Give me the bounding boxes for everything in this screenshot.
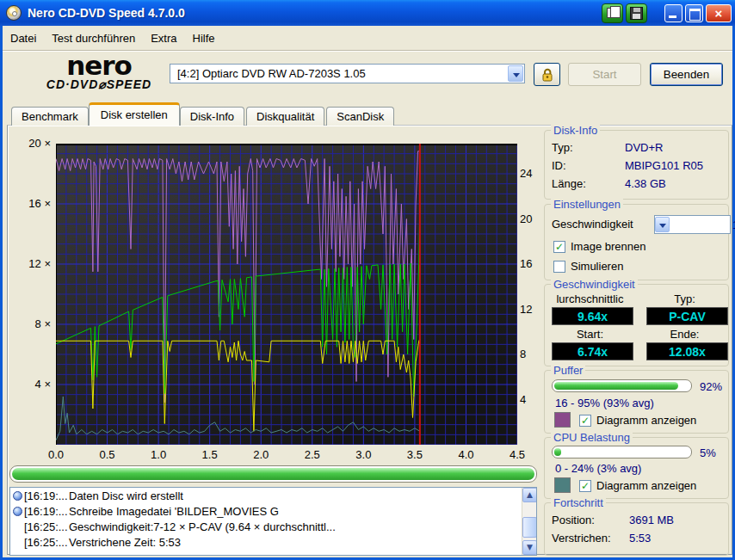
group-disk-info-title: Disk-Info xyxy=(551,124,600,137)
disc-info-icon xyxy=(13,507,22,516)
burn-progress-bar xyxy=(9,465,537,483)
buffer-level-fill xyxy=(554,382,678,390)
checkbox[interactable] xyxy=(553,261,565,273)
buffer-level-bar xyxy=(552,379,692,392)
menu-item-test-durchf-hren[interactable]: Test durchführen xyxy=(44,28,143,48)
log-text: Schreibe Imagedatei 'BILDER_MOVIES G xyxy=(69,505,279,518)
save-button[interactable] xyxy=(626,3,647,23)
x-axis-tick: 3.0 xyxy=(355,448,371,461)
tab-scandisk[interactable]: ScanDisk xyxy=(326,107,394,126)
nero-logo: nero CD·DVD⌀SPEED xyxy=(30,53,168,91)
end-speed-value: 12.08x xyxy=(646,342,728,360)
app-window: Nero CD-DVD Speed 4.7.0.0 × DateiTest du… xyxy=(0,0,735,560)
info-row: Position:3691 MB xyxy=(552,514,595,526)
simulate-checkbox-row[interactable]: Simulieren xyxy=(553,260,623,273)
drive-select[interactable]: [4:2] Optiarc DVD RW AD-7203S 1.05 xyxy=(170,64,525,83)
quit-button[interactable]: Beenden xyxy=(650,63,723,86)
lock-tray-button[interactable] xyxy=(534,63,560,86)
start-speed-label: Start: xyxy=(549,328,631,341)
x-axis-tick: 1.0 xyxy=(151,448,166,461)
menu-item-datei[interactable]: Datei xyxy=(3,28,44,48)
buffer-range: 16 - 95% (93% avg) xyxy=(555,397,654,409)
checkbox[interactable]: ✓ xyxy=(579,480,591,492)
log-text: Geschwindigkeit:7-12 × P-CAV (9.64 × dur… xyxy=(69,520,336,533)
x-axis-tick: 4.5 xyxy=(510,448,525,461)
minimize-button[interactable] xyxy=(664,4,682,22)
burn-image-checkbox-row[interactable]: ✓ Image brennen xyxy=(553,240,645,253)
cpu-range: 0 - 24% (3% avg) xyxy=(555,462,641,475)
padlock-icon xyxy=(540,67,555,83)
cpu-diagram-label: Diagramm anzeigen xyxy=(596,479,696,492)
scroll-down-icon[interactable]: ▼ xyxy=(522,540,537,555)
log-timestamp: [16:19:... xyxy=(24,489,69,502)
right-axis-tick: 4 xyxy=(520,393,526,406)
save-icon xyxy=(630,7,643,20)
start-button[interactable]: Start xyxy=(568,63,641,86)
window-title: Nero CD-DVD Speed 4.7.0.0 xyxy=(28,6,185,20)
tab-disk-erstellen[interactable]: Disk erstellen xyxy=(89,102,180,126)
close-button[interactable]: × xyxy=(706,4,732,22)
menu-item-extra[interactable]: Extra xyxy=(143,28,184,48)
buffer-diagram-checkbox-row[interactable]: ✓ Diagramm anzeigen xyxy=(579,414,696,427)
left-axis-tick: 16 × xyxy=(6,197,51,210)
log-scrollbar[interactable]: ▲ ▼ xyxy=(522,488,536,555)
group-settings: Einstellungen Geschwindigkeit 16.0 × ✓ I… xyxy=(544,204,729,280)
cpu-color-swatch xyxy=(554,477,571,493)
chevron-down-icon[interactable] xyxy=(655,217,670,232)
copy-icon xyxy=(607,8,615,18)
group-disk-info: Disk-Info Typ:DVD+RID:MBIPG101 R05Länge:… xyxy=(544,130,729,200)
scroll-up-icon[interactable]: ▲ xyxy=(522,488,537,502)
info-row: ID:MBIPG101 R05 xyxy=(552,159,566,172)
speed-select[interactable]: 16.0 × xyxy=(654,215,731,234)
speed-select-value: 16.0 × xyxy=(728,218,735,231)
speed-type-value: P-CAV xyxy=(646,307,728,325)
x-axis-tick: 3.5 xyxy=(407,448,423,461)
log-timestamp: [16:25:... xyxy=(24,536,69,549)
log-text: Verstrichene Zeit: 5:53 xyxy=(69,536,181,549)
checkbox[interactable]: ✓ xyxy=(553,241,565,253)
group-buffer: Puffer 92% 16 - 95% (93% avg) ✓ Diagramm… xyxy=(544,370,729,434)
row-label: Position: xyxy=(552,514,595,526)
checkbox[interactable]: ✓ xyxy=(579,415,591,427)
scrollbar-thumb[interactable] xyxy=(522,517,537,538)
logo-line1: nero xyxy=(30,53,168,77)
chevron-down-icon[interactable] xyxy=(508,65,523,82)
row-value: 4.38 GB xyxy=(625,177,666,190)
log-entry: [16:19:...Schreibe Imagedatei 'BILDER_MO… xyxy=(10,503,536,519)
group-speed: Geschwindigkeit lurchschnittlic Typ: 9.6… xyxy=(544,284,729,366)
right-axis-tick: 24 xyxy=(520,167,532,180)
end-speed-label: Ende: xyxy=(644,328,726,341)
info-row: Verstrichen:5:53 xyxy=(552,532,611,545)
row-label: Länge: xyxy=(552,177,586,190)
avg-speed-label: lurchschnittlic xyxy=(549,292,631,305)
cpu-diagram-checkbox-row[interactable]: ✓ Diagramm anzeigen xyxy=(579,479,696,492)
x-axis-tick: 4.0 xyxy=(458,448,473,461)
row-value: 3691 MB xyxy=(629,514,674,526)
log-timestamp: [16:25:... xyxy=(24,520,69,533)
tab-diskqualit-t[interactable]: Diskqualität xyxy=(246,107,324,126)
start-speed-value: 6.74x xyxy=(552,342,633,360)
group-cpu: CPU Belastung 5% 0 - 24% (3% avg) ✓ Diag… xyxy=(544,437,729,499)
app-icon xyxy=(6,5,22,21)
disc-info-icon xyxy=(13,491,22,501)
row-value: MBIPG101 R05 xyxy=(625,159,703,172)
row-value: DVD+R xyxy=(625,141,663,154)
status-log[interactable]: [16:19:...Daten Disc wird erstellt[16:19… xyxy=(9,487,537,556)
copy-button[interactable] xyxy=(602,3,623,23)
simulate-label: Simulieren xyxy=(571,260,623,273)
right-axis-tick: 20 xyxy=(520,212,532,225)
menu-item-hilfe[interactable]: Hilfe xyxy=(185,28,223,48)
cpu-load-bar xyxy=(552,446,692,458)
tab-disk-info[interactable]: Disk-Info xyxy=(180,107,244,126)
burn-progress-fill xyxy=(12,468,534,480)
speed-select-label: Geschwindigkeit xyxy=(552,218,633,231)
left-axis-tick: 20 × xyxy=(6,137,51,150)
maximize-button[interactable] xyxy=(685,4,703,22)
info-row: Typ:DVD+R xyxy=(552,141,573,154)
menu-bar: DateiTest durchführenExtraHilfe xyxy=(3,26,732,50)
right-axis-tick: 16 xyxy=(520,257,532,270)
x-axis-tick: 1.5 xyxy=(202,448,218,461)
tab-benchmark[interactable]: Benchmark xyxy=(11,107,89,126)
row-label: ID: xyxy=(552,159,566,172)
logo-line2: CD·DVD⌀SPEED xyxy=(30,77,168,91)
